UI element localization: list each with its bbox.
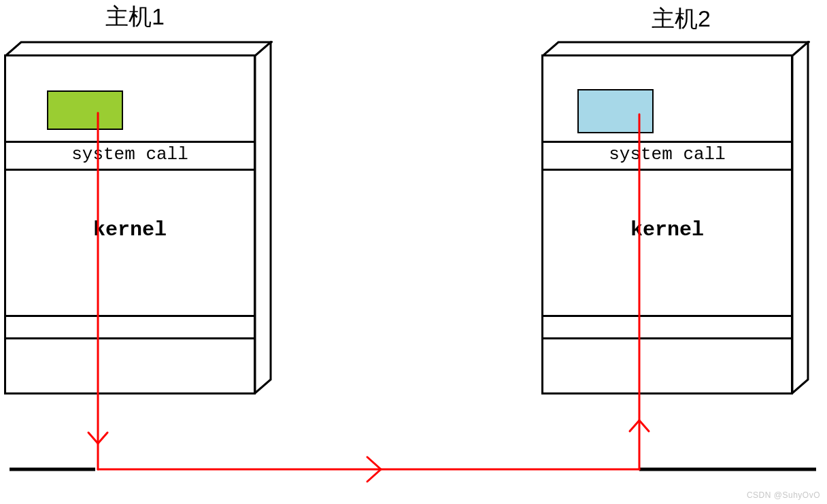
host2-spacer-row <box>543 315 791 339</box>
host2-kernel-label: kernel <box>543 218 791 241</box>
svg-marker-3 <box>792 42 808 393</box>
host2-system-call-label: system call <box>543 141 791 171</box>
host1-kernel-label: kernel <box>6 218 254 241</box>
host2-title: 主机2 <box>652 3 711 35</box>
host1-spacer-row <box>6 315 254 339</box>
host2-front: system call kernel <box>541 54 793 394</box>
svg-marker-0 <box>5 42 271 56</box>
svg-marker-2 <box>543 42 809 56</box>
host1-side-edge <box>254 41 273 394</box>
host2-box: system call kernel <box>541 41 810 394</box>
host1-system-call-label: system call <box>6 141 254 171</box>
watermark: CSDN @SuhyOvO <box>747 490 820 500</box>
host1-box: system call kernel <box>4 41 273 394</box>
host1-process-chip <box>47 90 123 130</box>
host2-side-edge <box>791 41 810 394</box>
diagram-canvas: 主机1 主机2 system call kernel <box>0 0 827 504</box>
host1-front: system call kernel <box>4 54 256 394</box>
svg-marker-1 <box>255 42 271 393</box>
host2-process-chip <box>577 89 654 133</box>
host1-title: 主机1 <box>105 1 165 33</box>
